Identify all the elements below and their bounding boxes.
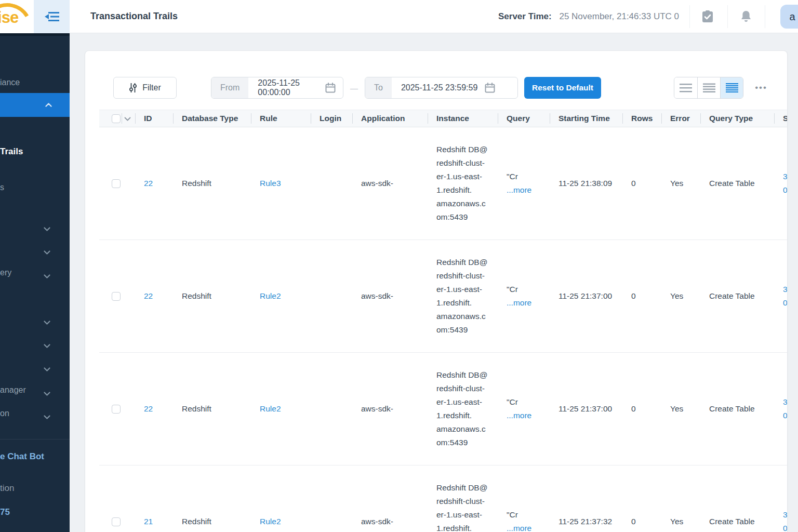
chevron-down-icon bbox=[44, 227, 50, 231]
sidebar-item-active-section[interactable] bbox=[0, 93, 70, 117]
error-cell: Yes bbox=[662, 517, 701, 526]
sidebar-item-s[interactable]: s bbox=[0, 183, 70, 192]
query-preview: "Cr bbox=[507, 510, 518, 519]
row-checkbox[interactable] bbox=[112, 179, 121, 188]
sidebar-item-on[interactable]: on bbox=[0, 409, 70, 418]
column-header-application[interactable]: Application bbox=[353, 114, 428, 123]
application-cell: aws-sdk- bbox=[353, 404, 428, 414]
column-header-starting-time[interactable]: Starting Time bbox=[550, 114, 623, 123]
rows-cell: 0 bbox=[623, 179, 662, 188]
header-dropdown[interactable] bbox=[122, 114, 136, 123]
query-cell: "Cr ...more bbox=[498, 283, 550, 310]
calendar-icon bbox=[325, 83, 336, 93]
density-loose-icon bbox=[680, 83, 692, 92]
from-calendar-button[interactable] bbox=[325, 77, 343, 98]
chevron-down-icon bbox=[44, 321, 50, 325]
density-loose-button[interactable] bbox=[674, 77, 697, 98]
query-more-link[interactable]: ...more bbox=[507, 298, 531, 307]
sidebar-item-on-chevron[interactable] bbox=[44, 412, 51, 421]
query-preview: "Cr bbox=[507, 397, 518, 406]
row-checkbox[interactable] bbox=[112, 517, 121, 526]
query-more-link[interactable]: ...more bbox=[507, 185, 531, 194]
trail-id-link[interactable]: 22 bbox=[144, 404, 153, 413]
select-all-checkbox[interactable] bbox=[112, 114, 121, 123]
collapse-sidebar-icon bbox=[45, 10, 59, 23]
sidebar-item-transactional-trails[interactable]: Trails bbox=[0, 147, 70, 157]
sidebar-item-collapsed-3[interactable] bbox=[44, 317, 51, 327]
to-date-field[interactable]: To 2025-11-25 23:59:59 bbox=[365, 77, 518, 99]
notifications-button[interactable] bbox=[739, 9, 753, 24]
trail-id-link[interactable]: 22 bbox=[144, 291, 153, 300]
column-header-rule[interactable]: Rule bbox=[251, 114, 311, 123]
chevron-down-icon bbox=[44, 250, 50, 255]
tasks-button[interactable] bbox=[700, 9, 715, 24]
rule-link[interactable]: Rule3 bbox=[260, 179, 281, 188]
sidebar-item-collapsed-1[interactable] bbox=[44, 224, 51, 233]
density-compact-button[interactable] bbox=[720, 77, 743, 98]
reset-to-default-button[interactable]: Reset to Default bbox=[524, 77, 601, 99]
collapse-sidebar-button[interactable] bbox=[34, 0, 70, 33]
toolbar: Filter From 2025-11-25 00:00:00 — To 202… bbox=[113, 77, 768, 99]
sidebar-item-version[interactable]: 75 bbox=[0, 507, 70, 517]
sidebar-item-iance[interactable]: iance bbox=[0, 78, 70, 87]
query-preview: "Cr bbox=[507, 172, 518, 181]
to-calendar-button[interactable] bbox=[485, 77, 502, 98]
from-date-value[interactable]: 2025-11-25 00:00:00 bbox=[248, 77, 325, 98]
sidebar-item-collapsed-5[interactable] bbox=[44, 364, 51, 374]
sidebar-item-collapsed-4[interactable] bbox=[44, 341, 51, 350]
sidebar-item-tion[interactable]: tion bbox=[0, 483, 70, 494]
trails-table: ID Database Type Rule Login Application … bbox=[99, 110, 788, 532]
session-link[interactable]: 3. 0 bbox=[783, 397, 788, 420]
column-header-session[interactable]: S bbox=[775, 114, 788, 123]
density-compact-icon bbox=[726, 83, 738, 92]
to-date-value[interactable]: 2025-11-25 23:59:59 bbox=[392, 77, 485, 98]
more-actions-button[interactable]: ••• bbox=[755, 83, 767, 93]
rule-link[interactable]: Rule2 bbox=[260, 404, 281, 413]
query-preview: "Cr bbox=[507, 285, 518, 294]
query-cell: "Cr ...more bbox=[498, 508, 550, 532]
session-link[interactable]: 3. 0 bbox=[783, 510, 788, 532]
to-label: To bbox=[365, 77, 392, 98]
column-header-query-type[interactable]: Query Type bbox=[701, 114, 775, 123]
sidebar-item-anager-chevron[interactable] bbox=[44, 389, 51, 398]
instance-cell: Redshift DB@ redshift-clust- er-1.us-eas… bbox=[428, 256, 498, 337]
column-header-instance[interactable]: Instance bbox=[428, 114, 498, 123]
rows-cell: 0 bbox=[623, 404, 662, 414]
instance-cell: Redshift DB@ redshift-clust- er-1.us-eas… bbox=[428, 143, 498, 224]
rule-link[interactable]: Rule2 bbox=[260, 291, 281, 300]
header-divider bbox=[689, 5, 690, 28]
row-select-cell bbox=[99, 179, 122, 188]
column-header-error[interactable]: Error bbox=[662, 114, 701, 123]
density-medium-button[interactable] bbox=[697, 77, 720, 98]
query-more-link[interactable]: ...more bbox=[507, 524, 531, 532]
column-header-id[interactable]: ID bbox=[136, 114, 174, 123]
filter-icon bbox=[129, 83, 137, 92]
filter-button[interactable]: Filter bbox=[113, 77, 177, 99]
trail-id-link[interactable]: 22 bbox=[144, 179, 153, 188]
sidebar-item-anager[interactable]: anager bbox=[0, 385, 70, 395]
starting-time-cell: 11-25 21:37:00 bbox=[550, 404, 623, 414]
session-link[interactable]: 3. 0 bbox=[783, 285, 788, 307]
row-checkbox[interactable] bbox=[112, 292, 121, 301]
sidebar-item-ery[interactable]: ery bbox=[0, 268, 70, 277]
logo-text: rise bbox=[0, 8, 18, 27]
app-logo[interactable]: rise bbox=[0, 0, 34, 33]
column-header-query[interactable]: Query bbox=[498, 114, 550, 123]
from-date-field[interactable]: From 2025-11-25 00:00:00 bbox=[211, 77, 343, 99]
calendar-icon bbox=[485, 83, 495, 93]
server-time-value: 25 November, 21:46:33 UTC 0 bbox=[559, 11, 679, 21]
user-avatar[interactable]: a bbox=[780, 5, 798, 29]
rule-link[interactable]: Rule2 bbox=[260, 517, 281, 526]
column-header-rows[interactable]: Rows bbox=[623, 114, 662, 123]
sidebar-item-chat-bot[interactable]: e Chat Bot bbox=[0, 451, 70, 462]
trail-id-link[interactable]: 21 bbox=[144, 517, 153, 526]
sidebar-item-collapsed-2[interactable] bbox=[44, 247, 51, 257]
column-header-database-type[interactable]: Database Type bbox=[174, 114, 251, 123]
session-link[interactable]: 3. 0 bbox=[783, 172, 788, 194]
sidebar-item-ery-chevron[interactable] bbox=[44, 271, 51, 281]
column-header-login[interactable]: Login bbox=[311, 114, 353, 123]
row-checkbox[interactable] bbox=[112, 405, 121, 414]
query-more-link[interactable]: ...more bbox=[507, 411, 531, 420]
query-type-cell: Create Table bbox=[701, 404, 775, 414]
application-cell: aws-sdk- bbox=[353, 179, 428, 188]
